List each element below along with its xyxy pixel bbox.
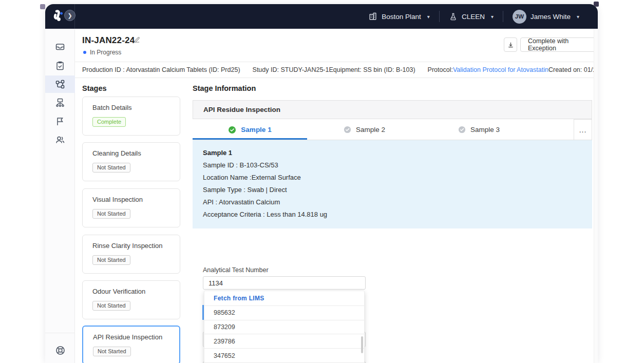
- chevron-down-icon: ▾: [427, 14, 430, 20]
- stage-panel-title: API Residue Inspection: [203, 106, 280, 113]
- stage-status-badge: Not Started: [93, 347, 131, 356]
- sample-details: Sample 1 Sample ID : B-103-CS/53 Locatio…: [193, 140, 592, 228]
- stage-name: Odour Verification: [92, 288, 145, 295]
- tab-sample-3[interactable]: Sample 3: [422, 119, 536, 140]
- status-text: In Progress: [90, 49, 121, 56]
- check-circle-gray-icon: [458, 126, 466, 133]
- ellipsis-icon: ...: [579, 126, 587, 134]
- chevron-down-icon: ▾: [577, 14, 579, 20]
- stage-card-cleaning-details[interactable]: Cleaning Details Not Started: [82, 142, 180, 181]
- avatar: JW: [513, 10, 526, 24]
- active-tab-underline: [193, 138, 307, 140]
- tab-label: Sample 1: [241, 126, 271, 133]
- stage-name: Rinse Clarity Inspection: [92, 242, 163, 250]
- sidebar-item-flags[interactable]: [45, 112, 75, 130]
- building-icon: [368, 12, 377, 21]
- complete-with-exception-button[interactable]: Complete with Exception: [520, 37, 598, 52]
- page-title: IN-JAN22-24: [82, 35, 135, 46]
- check-circle-gray-icon: [344, 126, 351, 133]
- clipboard-check-icon: [54, 60, 66, 71]
- app-logo-icon: [52, 9, 65, 23]
- stage-status-badge: Not Started: [92, 209, 130, 219]
- study-id: Study ID: STUDY-JAN25-1: [253, 66, 329, 73]
- stage-name: Batch Details: [92, 104, 132, 111]
- created-on: Created on: 01/10/2025 11:41:39: [548, 66, 598, 73]
- sample-type: Sample Type : Swab | Direct: [203, 186, 287, 194]
- stage-name: API Residue Inspection: [93, 333, 162, 341]
- analytical-test-number-label: Analytical Test Number: [203, 266, 269, 274]
- chevron-right-icon: ❯: [67, 12, 72, 19]
- download-icon: [507, 42, 514, 48]
- sitemap-icon: [54, 97, 66, 108]
- main-area: IN-JAN22-24 In Progress Complete with Ex…: [75, 29, 598, 363]
- sidebar-item-hierarchy[interactable]: [45, 94, 75, 111]
- tab-sample-2[interactable]: Sample 2: [307, 119, 422, 140]
- status-badge: In Progress: [83, 49, 121, 56]
- stage-name: Visual Inspection: [92, 196, 143, 203]
- plant-name: Boston Plant: [382, 13, 421, 21]
- fetch-from-lims-option[interactable]: Fetch from LIMS: [204, 291, 364, 305]
- batch-info-bar: Production ID : Atorvastatin Calcium Tab…: [75, 62, 598, 78]
- sample-title: Sample 1: [203, 149, 232, 157]
- sample-tabs: Sample 1 Sample 2 Sample 3 ...: [193, 119, 592, 140]
- app-name: CLEEN: [462, 13, 485, 21]
- sidebar-collapse-button[interactable]: ❯: [64, 10, 75, 21]
- tab-sample-1[interactable]: Sample 1: [193, 119, 307, 140]
- stage-status-badge: Not Started: [92, 163, 130, 173]
- inbox-icon: [54, 41, 66, 52]
- stage-card-api-residue-inspection[interactable]: API Residue Inspection Not Started: [82, 326, 180, 363]
- production-id: Production ID : Atorvastatin Calcium Tab…: [82, 66, 240, 73]
- check-circle-green-icon: [228, 126, 236, 134]
- header-right: Boston Plant ▾ CLEEN ▾ JW James White ▾: [359, 4, 589, 29]
- sidebar-item-workflows[interactable]: [45, 75, 75, 93]
- background-artifact-left: [40, 4, 45, 9]
- dropdown-option[interactable]: 347652: [204, 348, 364, 362]
- edit-title-button[interactable]: [133, 36, 141, 44]
- nav-sidebar: [45, 29, 75, 363]
- dropdown-scrollbar[interactable]: [361, 336, 363, 353]
- stage-card-batch-details[interactable]: Batch Details Complete: [82, 97, 180, 136]
- stage-card-rinse-clarity-inspection[interactable]: Rinse Clarity Inspection Not Started: [82, 235, 180, 274]
- api-name: API : Atorvastatin Calcium: [203, 198, 280, 206]
- chevron-down-icon: ▾: [491, 14, 494, 20]
- user-menu[interactable]: JW James White ▾: [503, 4, 589, 29]
- sample-id: Sample ID : B-103-CS/53: [203, 161, 278, 169]
- location-name: Location Name :External Surface: [203, 174, 301, 181]
- tab-label: Sample 2: [356, 126, 385, 133]
- dropdown-option[interactable]: 239786: [204, 334, 364, 348]
- plant-selector[interactable]: Boston Plant ▾: [359, 4, 439, 29]
- dropdown-option[interactable]: 873209: [204, 320, 364, 334]
- flask-icon: [449, 12, 458, 21]
- workflow-icon: [54, 79, 66, 90]
- complete-with-exception-label: Complete with Exception: [528, 37, 590, 52]
- stage-status-badge: Not Started: [92, 255, 130, 265]
- download-button[interactable]: [504, 37, 517, 52]
- flag-icon: [54, 116, 66, 127]
- sidebar-item-inbox[interactable]: [45, 38, 75, 55]
- sidebar-item-support[interactable]: [45, 340, 75, 360]
- acceptance-criteria: Acceptance Criteria : Less than 14.818 u…: [203, 211, 327, 218]
- app-selector[interactable]: CLEEN ▾: [440, 4, 503, 29]
- sidebar-divider: [45, 333, 75, 333]
- more-tabs-button[interactable]: ...: [574, 119, 592, 140]
- test-number-dropdown: Fetch from LIMS 985632 873209 239786 347…: [204, 291, 365, 363]
- analytical-test-number-value: 1134: [209, 279, 223, 287]
- dropdown-option[interactable]: 985632: [204, 305, 364, 320]
- stage-name: Cleaning Details: [92, 149, 141, 157]
- stage-card-visual-inspection[interactable]: Visual Inspection Not Started: [82, 188, 180, 227]
- protocol-label: Protocol:: [428, 66, 453, 73]
- equipment: Equipment: SS bin (ID: B-103): [329, 66, 415, 73]
- stage-status-badge: Not Started: [92, 301, 130, 311]
- user-name: James White: [531, 13, 571, 21]
- app-scrollbar-track[interactable]: [594, 29, 598, 363]
- top-header: ❯ Boston Plant ▾: [45, 4, 598, 29]
- protocol-link[interactable]: Validation Protocol for Atovastatin: [453, 66, 548, 73]
- analytical-test-number-input[interactable]: 1134: [203, 276, 366, 290]
- stage-card-odour-verification[interactable]: Odour Verification Not Started: [82, 280, 180, 319]
- tab-label: Sample 3: [470, 126, 500, 133]
- stage-panel-header: API Residue Inspection: [193, 100, 592, 119]
- status-dot: [83, 51, 86, 54]
- sidebar-item-users[interactable]: [45, 131, 75, 148]
- users-icon: [54, 134, 66, 145]
- sidebar-item-tasks[interactable]: [45, 57, 75, 74]
